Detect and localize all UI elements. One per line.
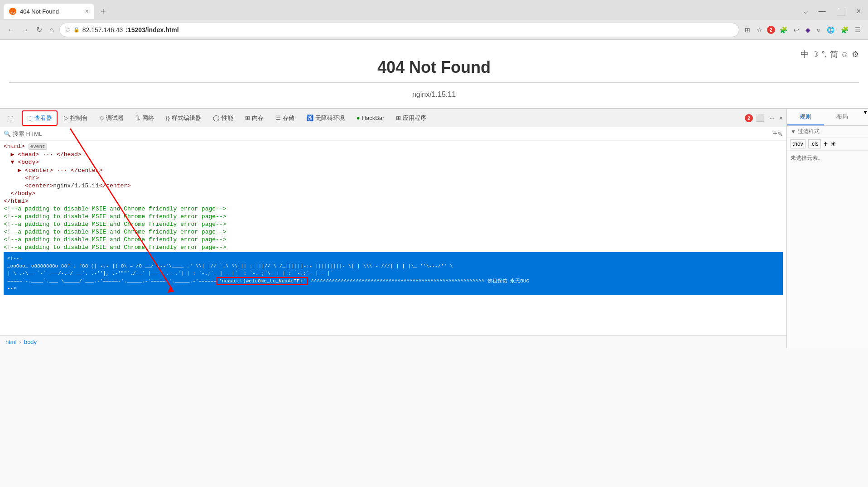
perf-label: 性能 (222, 114, 233, 122)
hov-button[interactable]: :hov (791, 139, 805, 148)
tab-close-button[interactable]: × (85, 8, 89, 15)
blue-line-3: | \ .-\__ `-` ___/-. / __`. .-''|, .-'""… (7, 270, 779, 277)
bookmark-button[interactable]: ☆ (755, 24, 764, 35)
undo-button[interactable]: ↩ (792, 24, 801, 35)
console-icon: ▷ (64, 115, 68, 121)
inspector-icon: ⬚ (27, 115, 33, 121)
tab-bar: 🦊 404 Not Found × + ⌄ — ⬜ × (0, 0, 868, 20)
no-element-msg: 未选择元素。 (787, 151, 868, 166)
debugger-icon: ◇ (100, 115, 104, 121)
app-icon: ⊞ (396, 115, 401, 121)
filter-label: 过滤样式 (798, 128, 820, 135)
tab-favicon: 🦊 (9, 8, 16, 15)
devtools-tabs: ⬚ ⬚ 查看器 ▷ 控制台 ◇ 调试器 ⇅ 网络 (0, 109, 786, 127)
back-button[interactable]: ← (5, 24, 16, 36)
html-comment-1: <!--a padding to disable MSIE and Chrome… (4, 205, 783, 213)
right-tabs: 规则 布局 ▼ (787, 109, 868, 126)
app-label: 应用程序 (403, 114, 426, 122)
toolbar-gear[interactable]: ⚙ (852, 49, 859, 59)
network-label: 网络 (142, 114, 154, 122)
tab-console[interactable]: ▷ 控制台 (58, 110, 93, 126)
html-search-bar: 🔍 + ✎ (0, 127, 786, 141)
a11y-icon: ♿ (306, 115, 313, 121)
url-bar[interactable]: 🛡 🔒 82.157.146.43:15203/index.html (59, 23, 739, 37)
devtools-error-badge: 2 (745, 114, 753, 122)
globe-button[interactable]: 🌐 (825, 24, 836, 35)
network-icon: ⇅ (135, 115, 140, 121)
html-panel: <html> event ▶ <head> ··· </head> ▼ <bod… (0, 141, 786, 335)
tab-rules[interactable]: 规则 (787, 109, 824, 125)
search-input[interactable] (13, 130, 103, 137)
puzzle-button[interactable]: 🧩 (778, 24, 789, 35)
memory-icon: ⊞ (245, 115, 250, 121)
console-label: 控制台 (70, 114, 88, 122)
page-content: 404 Not Found 中 ☽ °, 简 ☺ ⚙ nginx/1.15.11 (0, 40, 868, 108)
html-line: ▼ <body> (4, 158, 783, 166)
cls-button[interactable]: .cls (808, 139, 821, 148)
blue-line-5: --> (7, 285, 779, 292)
debugger-label: 调试器 (106, 114, 124, 122)
toolbar-zh[interactable]: 中 (800, 49, 809, 60)
add-rule-button[interactable]: + (824, 139, 828, 148)
html-comment-3: <!--a padding to disable MSIE and Chrome… (4, 220, 783, 228)
new-tab-button[interactable]: + (98, 6, 109, 17)
maximize-button[interactable]: ⬜ (833, 5, 849, 18)
blue-block: <!-- _ooOoo_ o8888888o 88" . "88 (| -.- … (4, 252, 783, 295)
page-title: 404 Not Found (377, 58, 491, 77)
style-icon: {} (166, 115, 170, 121)
vpn-button[interactable]: ◆ (804, 24, 812, 35)
toolbar-moon[interactable]: ☽ (811, 49, 819, 59)
reload-button[interactable]: ↻ (34, 24, 44, 36)
hackbar-icon: ● (357, 115, 360, 121)
layout-more[interactable]: ▼ (863, 109, 868, 125)
blue-line-1: <!-- (7, 255, 779, 263)
devtools-toggle-btn[interactable]: ⬚ (2, 110, 19, 126)
minimize-button[interactable]: — (815, 5, 829, 17)
devtools-panel: ⬚ ⬚ 查看器 ▷ 控制台 ◇ 调试器 ⇅ 网络 (0, 108, 868, 348)
lock-icon: 🔒 (73, 27, 80, 33)
browser-tab[interactable]: 🦊 404 Not Found × (4, 4, 94, 19)
devtools: ⬚ ⬚ 查看器 ▷ 控制台 ◇ 调试器 ⇅ 网络 (0, 108, 868, 348)
tab-accessibility[interactable]: ♿ 无障碍环境 (301, 110, 350, 126)
error-badge: 2 (767, 26, 775, 34)
toolbar-dot[interactable]: °, (821, 50, 827, 59)
tab-title: 404 Not Found (20, 8, 82, 15)
window-controls: ⌄ — ⬜ × (803, 5, 864, 18)
pseudo-bar: :hov .cls + ☀ (787, 138, 868, 151)
tab-application[interactable]: ⊞ 应用程序 (391, 110, 432, 126)
circle-button[interactable]: ○ (815, 24, 822, 35)
url-host: 82.157.146.43 (82, 26, 123, 33)
tab-debugger[interactable]: ◇ 调试器 (94, 110, 129, 126)
html-line: </html> (4, 197, 783, 205)
edit-node-button[interactable]: ✎ (777, 130, 783, 138)
html-comment-2: <!--a padding to disable MSIE and Chrome… (4, 213, 783, 220)
forward-button[interactable]: → (20, 24, 31, 36)
a11y-label: 无障碍环境 (315, 114, 345, 122)
tab-layout[interactable]: 布局 (824, 109, 861, 125)
puzzle2-button[interactable]: 🧩 (839, 24, 850, 35)
tab-inspector[interactable]: ⬚ 查看器 (22, 110, 58, 126)
tab-hackbar[interactable]: ● HackBar (351, 111, 390, 125)
tab-style-editor[interactable]: {} 样式编辑器 (160, 110, 207, 126)
tab-performance[interactable]: ◯ 性能 (207, 110, 239, 126)
tab-memory[interactable]: ⊞ 内存 (240, 110, 269, 126)
html-line: <hr> (4, 174, 783, 182)
devtools-close-button[interactable]: × (777, 113, 785, 124)
html-comment-4: <!--a padding to disable MSIE and Chrome… (4, 228, 783, 236)
tab-storage[interactable]: ☰ 存储 (270, 110, 300, 126)
toolbar-jian[interactable]: 简 (830, 49, 838, 60)
home-button[interactable]: ⌂ (48, 24, 56, 36)
devtools-more-button[interactable]: ··· (767, 113, 776, 124)
breadcrumb-body[interactable]: body (24, 339, 37, 345)
light-button[interactable]: ☀ (830, 139, 836, 148)
tab-network[interactable]: ⇅ 网络 (130, 110, 159, 126)
close-button[interactable]: × (853, 5, 864, 17)
breadcrumb-html[interactable]: html (5, 339, 17, 345)
menu-button[interactable]: ☰ (853, 24, 863, 35)
add-node-button[interactable]: + (772, 129, 777, 138)
extensions-button[interactable]: ⊞ (743, 24, 752, 35)
toolbar-smiley[interactable]: ☺ (841, 50, 849, 59)
devtools-dock-button[interactable]: ⬜ (754, 112, 767, 124)
blue-suffix: ^^^^^^^^^^^^^^^^^^^^^^^^^^^^^^^^^^^^^^^^… (311, 278, 529, 284)
blue-line-2: _ooOoo_ o8888888o 88" . "88 (| -.- |) 0\… (7, 263, 779, 270)
